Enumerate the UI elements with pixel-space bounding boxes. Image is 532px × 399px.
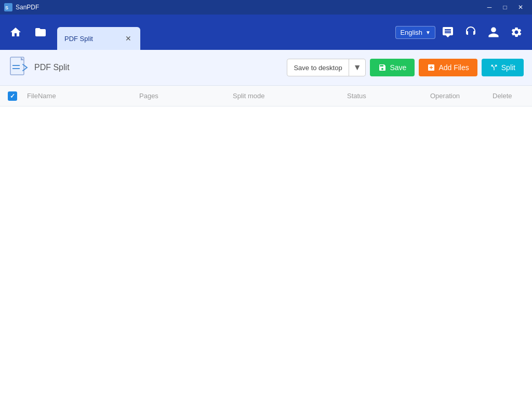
user-button[interactable] [483, 22, 504, 43]
save-label: Save [390, 63, 406, 72]
pages-header: Pages [135, 92, 229, 100]
nav-bar: PDF Split ✕ English ▼ [0, 15, 532, 50]
table-container: FileName Pages Split mode Status Operati… [0, 86, 532, 399]
page-title: PDF Split [34, 63, 70, 72]
chevron-down-icon: ▼ [425, 30, 431, 35]
nav-right: English ▼ [395, 22, 527, 43]
home-icon [9, 26, 22, 38]
headphone-button[interactable] [460, 22, 481, 43]
pdf-split-icon [8, 56, 29, 79]
add-files-icon [427, 63, 435, 72]
tab-pdf-split[interactable]: PDF Split ✕ [57, 27, 140, 50]
app-icon: S [4, 3, 12, 11]
language-label: English [400, 29, 422, 36]
split-button[interactable]: Split [482, 59, 524, 76]
status-header: Status [343, 92, 426, 100]
chat-icon [442, 26, 454, 38]
select-all-checkbox[interactable] [2, 91, 23, 101]
delete-header: Delete [488, 92, 530, 100]
settings-icon [510, 26, 523, 38]
close-button[interactable]: ✕ [513, 2, 528, 13]
minimize-button[interactable]: ─ [482, 2, 497, 13]
folder-button[interactable] [30, 22, 51, 43]
save-dropdown-label: Save to desktop [287, 59, 348, 76]
tab-close-button[interactable]: ✕ [124, 34, 133, 43]
empty-file-list [0, 107, 532, 397]
save-to-desktop-dropdown[interactable]: Save to desktop ▼ [287, 59, 366, 76]
svg-text:S: S [5, 5, 8, 10]
split-label: Split [501, 63, 515, 72]
pdf-file-icon [8, 56, 29, 79]
folder-icon [34, 26, 47, 38]
split-mode-header: Split mode [229, 92, 343, 100]
maximize-button[interactable]: □ [498, 2, 512, 13]
table-header: FileName Pages Split mode Status Operati… [0, 86, 532, 107]
title-bar-left: S SanPDF [4, 3, 39, 11]
content-area: PDF Split Save to desktop ▼ Save [0, 50, 532, 86]
headphone-icon [464, 26, 477, 38]
language-selector[interactable]: English ▼ [395, 26, 435, 39]
operation-header: Operation [426, 92, 488, 100]
save-dropdown-arrow-button[interactable]: ▼ [349, 59, 366, 76]
tabs-area: PDF Split ✕ [57, 15, 391, 50]
checkbox-icon [8, 91, 17, 101]
add-files-button[interactable]: Add Files [419, 59, 477, 76]
home-button[interactable] [5, 22, 26, 43]
split-icon [490, 63, 498, 72]
tab-label: PDF Split [64, 35, 93, 43]
toolbar-right: Save to desktop ▼ Save Add Files [287, 59, 524, 76]
title-bar-title: SanPDF [16, 4, 39, 11]
add-files-label: Add Files [438, 63, 469, 72]
chat-button[interactable] [437, 22, 458, 43]
content-title-area: PDF Split [8, 56, 70, 79]
user-icon [487, 26, 500, 38]
save-icon [378, 63, 387, 72]
main-body: PDF Split Save to desktop ▼ Save [0, 50, 532, 399]
settings-button[interactable] [506, 22, 527, 43]
dropdown-chevron-icon: ▼ [353, 63, 362, 72]
filename-header: FileName [23, 92, 135, 100]
title-bar-controls: ─ □ ✕ [482, 2, 528, 13]
title-bar: S SanPDF ─ □ ✕ [0, 0, 532, 15]
save-button[interactable]: Save [370, 59, 415, 76]
